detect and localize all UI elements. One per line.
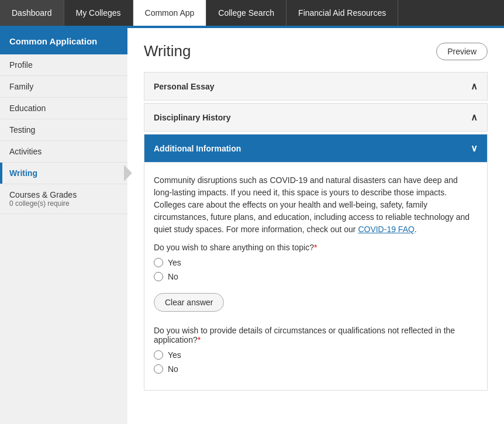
question2-label: Do you wish to provide details of circum… <box>154 326 478 344</box>
question1-required: * <box>314 243 317 252</box>
accordion-additional-info-label: Additional Information <box>154 144 241 153</box>
question2-yes-option[interactable]: Yes <box>154 350 478 360</box>
content-header: Writing Preview <box>144 42 488 60</box>
top-nav: Dashboard My Colleges Common App College… <box>0 0 504 26</box>
sidebar-item-testing[interactable]: Testing <box>0 119 127 141</box>
clear-answer-button[interactable]: Clear answer <box>154 293 224 312</box>
accordion-personal-essay: Personal Essay ∧ <box>144 72 488 101</box>
question1-no-radio[interactable] <box>154 272 163 281</box>
main-content: Writing Preview Personal Essay ∧ Discipl… <box>127 28 504 424</box>
covid-faq-link[interactable]: COVID-19 FAQ <box>358 225 414 234</box>
nav-my-colleges[interactable]: My Colleges <box>64 0 133 26</box>
question1-yes-radio[interactable] <box>154 258 163 267</box>
accordion-additional-info: Additional Information ∨ Community disru… <box>144 134 488 391</box>
preview-button[interactable]: Preview <box>436 43 488 60</box>
accordion-disciplinary-history-label: Disciplinary History <box>154 113 231 122</box>
sidebar-item-family[interactable]: Family <box>0 76 127 98</box>
question1-label: Do you wish to share anything on this to… <box>154 243 478 252</box>
chevron-up-icon: ∧ <box>471 81 478 92</box>
sidebar-item-writing[interactable]: Writing <box>0 163 127 184</box>
chevron-up-icon-2: ∧ <box>471 112 478 123</box>
question2-required: * <box>198 335 201 344</box>
question1-section: Do you wish to share anything on this to… <box>154 243 478 312</box>
sidebar-item-activities[interactable]: Activities <box>0 141 127 163</box>
question1-yes-option[interactable]: Yes <box>154 258 478 267</box>
chevron-down-icon: ∨ <box>471 143 478 154</box>
sidebar-item-education[interactable]: Education <box>0 98 127 119</box>
question2-no-radio[interactable] <box>154 364 163 374</box>
nav-financial-aid[interactable]: Financial Aid Resources <box>286 0 398 26</box>
nav-dashboard[interactable]: Dashboard <box>0 0 64 26</box>
accordion-disciplinary-history-header[interactable]: Disciplinary History ∧ <box>144 104 487 131</box>
page-title: Writing <box>144 42 191 60</box>
accordion-disciplinary-history: Disciplinary History ∧ <box>144 103 488 132</box>
question2-no-option[interactable]: No <box>154 364 478 374</box>
courses-grades-sub: 0 college(s) require <box>9 199 118 208</box>
nav-common-app[interactable]: Common App <box>133 0 207 26</box>
accordion-additional-info-body: Community disruptions such as COVID-19 a… <box>144 162 487 390</box>
active-indicator <box>0 163 2 184</box>
sidebar-item-courses-grades[interactable]: Courses & Grades 0 college(s) require <box>0 184 127 214</box>
main-layout: Common Application Profile Family Educat… <box>0 28 504 424</box>
additional-info-text: Community disruptions such as COVID-19 a… <box>154 174 478 236</box>
question2-yes-radio[interactable] <box>154 350 163 360</box>
sidebar-item-profile[interactable]: Profile <box>0 54 127 76</box>
accordion-personal-essay-header[interactable]: Personal Essay ∧ <box>144 73 487 100</box>
question2-section: Do you wish to provide details of circum… <box>154 326 478 374</box>
question1-no-option[interactable]: No <box>154 272 478 281</box>
nav-college-search[interactable]: College Search <box>206 0 286 26</box>
sidebar: Common Application Profile Family Educat… <box>0 28 127 424</box>
sidebar-header: Common Application <box>0 28 127 54</box>
accordion-personal-essay-label: Personal Essay <box>154 82 215 91</box>
accordion-additional-info-header[interactable]: Additional Information ∨ <box>144 135 487 162</box>
